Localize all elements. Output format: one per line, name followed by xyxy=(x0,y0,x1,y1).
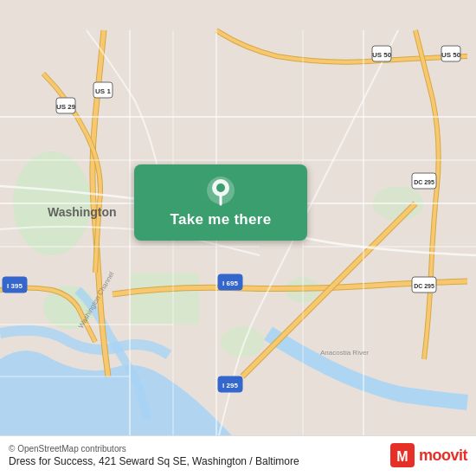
osm-credit: © OpenStreetMap contributors xyxy=(9,444,299,453)
svg-text:US 1: US 1 xyxy=(95,87,111,95)
svg-text:M: M xyxy=(396,449,408,464)
svg-point-4 xyxy=(221,326,264,357)
take-me-there-button[interactable]: Take me there xyxy=(134,164,307,241)
svg-text:US 50: US 50 xyxy=(372,51,392,59)
take-me-there-label: Take me there xyxy=(170,211,272,228)
svg-text:Washington: Washington xyxy=(48,205,117,219)
map-container: Washington Channel Anacostia River US 1 … xyxy=(0,0,476,476)
svg-text:I 295: I 295 xyxy=(222,382,238,389)
bottom-left-info: © OpenStreetMap contributors Dress for S… xyxy=(9,444,299,467)
svg-text:DC 295: DC 295 xyxy=(414,179,434,185)
svg-point-42 xyxy=(216,183,225,192)
svg-text:US 29: US 29 xyxy=(56,103,76,111)
svg-text:Anacostia River: Anacostia River xyxy=(320,349,369,357)
bottom-bar: © OpenStreetMap contributors Dress for S… xyxy=(0,435,476,476)
svg-text:I 395: I 395 xyxy=(7,282,23,290)
moovit-logo: M moovit xyxy=(390,443,467,467)
moovit-icon: M xyxy=(390,443,415,467)
svg-text:I 695: I 695 xyxy=(222,280,238,287)
pin-icon xyxy=(205,175,236,206)
svg-text:DC 295: DC 295 xyxy=(414,283,434,289)
moovit-text: moovit xyxy=(419,447,467,465)
location-text: Dress for Success, 421 Seward Sq SE, Was… xyxy=(9,455,299,467)
svg-text:US 50: US 50 xyxy=(441,51,461,59)
svg-rect-3 xyxy=(130,273,199,325)
